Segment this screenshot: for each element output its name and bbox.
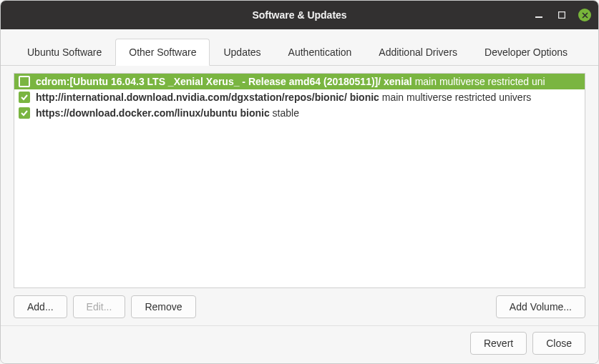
tab-ubuntu-software[interactable]: Ubuntu Software (14, 39, 115, 66)
revert-button[interactable]: Revert (470, 332, 527, 355)
source-checkbox[interactable] (19, 92, 30, 103)
source-label: https://download.docker.com/linux/ubuntu… (36, 107, 299, 119)
sources-list[interactable]: cdrom:[Ubuntu 16.04.3 LTS _Xenial Xerus_… (14, 73, 585, 288)
close-window-button[interactable] (578, 9, 591, 21)
source-row[interactable]: http://international.download.nvidia.com… (14, 89, 585, 105)
check-icon (21, 94, 28, 101)
tab-authentication[interactable]: Authentication (275, 39, 366, 66)
remove-button[interactable]: Remove (131, 295, 195, 318)
edit-button[interactable]: Edit... (73, 295, 126, 318)
maximize-icon (558, 11, 565, 19)
source-label: cdrom:[Ubuntu 16.04.3 LTS _Xenial Xerus_… (36, 76, 545, 87)
software-updates-window: Software & Updates Ubuntu Software Other… (0, 0, 599, 364)
close-icon (582, 12, 588, 19)
maximize-button[interactable] (555, 9, 568, 21)
minimize-button[interactable] (532, 9, 545, 21)
window-title: Software & Updates (252, 9, 346, 21)
list-buttons: Add... Edit... Remove Add Volume... (14, 288, 585, 325)
tab-other-software[interactable]: Other Software (115, 39, 210, 66)
minimize-icon (535, 11, 542, 19)
window-controls (532, 9, 591, 21)
source-checkbox[interactable] (19, 76, 30, 87)
check-icon (21, 109, 28, 117)
tab-additional-drivers[interactable]: Additional Drivers (365, 39, 471, 66)
source-row[interactable]: https://download.docker.com/linux/ubuntu… (14, 105, 585, 121)
source-row[interactable]: cdrom:[Ubuntu 16.04.3 LTS _Xenial Xerus_… (14, 74, 585, 89)
add-button[interactable]: Add... (14, 295, 67, 318)
svg-rect-0 (535, 16, 542, 18)
source-checkbox[interactable] (19, 107, 30, 119)
source-label: http://international.download.nvidia.com… (36, 92, 531, 103)
tab-developer-options[interactable]: Developer Options (471, 39, 581, 66)
close-button[interactable]: Close (532, 332, 585, 355)
tab-updates[interactable]: Updates (210, 39, 274, 66)
titlebar: Software & Updates (1, 1, 598, 29)
tab-bar: Ubuntu Software Other Software Updates A… (1, 29, 598, 66)
content-area: cdrom:[Ubuntu 16.04.3 LTS _Xenial Xerus_… (1, 66, 598, 325)
add-volume-button[interactable]: Add Volume... (496, 295, 585, 318)
svg-rect-1 (559, 12, 565, 19)
dialog-actions: Revert Close (1, 325, 598, 363)
